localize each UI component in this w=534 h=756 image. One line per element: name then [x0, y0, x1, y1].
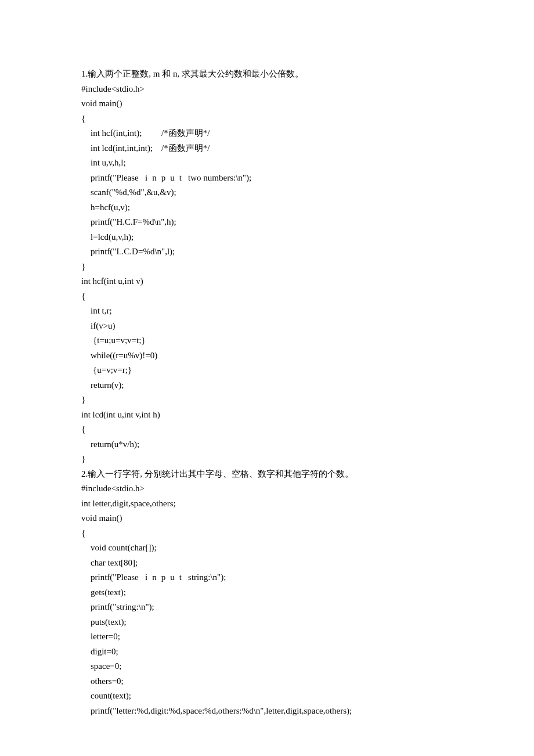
code-line: #include<stdio.h> — [81, 82, 453, 97]
code-line: { — [81, 111, 453, 127]
code-line: void count(char[]); — [81, 541, 453, 556]
code-line: digit=0; — [81, 645, 453, 660]
code-line: printf("L.C.D=%d\n",l); — [81, 244, 453, 260]
code-line: { — [81, 422, 453, 437]
code-line: others=0; — [81, 674, 453, 689]
code-line: { — [81, 526, 453, 541]
code-line: return(v); — [81, 378, 453, 393]
code-line: if(v>u) — [81, 319, 453, 334]
code-line: {u=v;v=r;} — [81, 363, 453, 378]
code-line: scanf("%d,%d",&u,&v); — [81, 185, 453, 200]
code-line: {t=u;u=v;v=t;} — [81, 333, 453, 348]
code-line: count(text); — [81, 689, 453, 704]
code-line: int lcd(int,int,int); /*函数声明*/ — [81, 141, 453, 156]
code-line: int letter,digit,space,others; — [81, 496, 453, 512]
document-body: 1.输入两个正整数, m 和 n, 求其最大公约数和最小公倍数。#include… — [81, 67, 453, 718]
code-line: } — [81, 393, 453, 408]
code-line: int t,r; — [81, 304, 453, 319]
code-line: char text[80]; — [81, 556, 453, 571]
code-line: gets(text); — [81, 585, 453, 600]
code-line: puts(text); — [81, 615, 453, 630]
code-line: printf("letter:%d,digit:%d,space:%d,othe… — [81, 704, 453, 719]
code-line: 1.输入两个正整数, m 和 n, 求其最大公约数和最小公倍数。 — [81, 67, 453, 82]
code-line: } — [81, 452, 453, 467]
code-line: printf("H.C.F=%d\n",h); — [81, 215, 453, 230]
code-line: int lcd(int u,int v,int h) — [81, 408, 453, 423]
code-line: int hcf(int,int); /*函数声明*/ — [81, 126, 453, 141]
code-line: void main() — [81, 511, 453, 526]
code-line: l=lcd(u,v,h); — [81, 230, 453, 245]
code-line: space=0; — [81, 659, 453, 674]
code-line: } — [81, 260, 453, 275]
code-line: { — [81, 289, 453, 304]
code-line: while((r=u%v)!=0) — [81, 348, 453, 363]
code-line: int u,v,h,l; — [81, 156, 453, 171]
code-line: int hcf(int u,int v) — [81, 274, 453, 289]
code-line: h=hcf(u,v); — [81, 200, 453, 215]
code-line: return(u*v/h); — [81, 437, 453, 452]
code-line: printf("string:\n"); — [81, 600, 453, 615]
code-line: 2.输入一行字符, 分别统计出其中字母、空格、数字和其他字符的个数。 — [81, 467, 453, 482]
code-line: printf("Please input two numbers:\n"); — [81, 171, 453, 186]
code-line: printf("Please input string:\n"); — [81, 570, 453, 585]
code-line: #include<stdio.h> — [81, 481, 453, 496]
code-line: letter=0; — [81, 629, 453, 645]
code-line: void main() — [81, 96, 453, 111]
